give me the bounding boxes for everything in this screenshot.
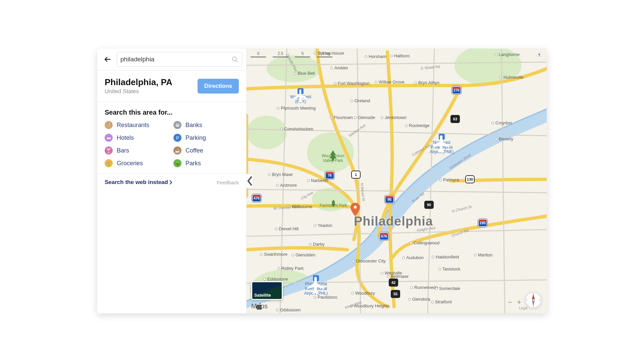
category-icon: P xyxy=(173,134,181,142)
town-label: Langhorne xyxy=(495,52,520,57)
scale-0: 0 xyxy=(251,51,266,57)
scale-bar: 0 2.5 5 7.5 km xyxy=(251,51,332,57)
town-label: Tavistock xyxy=(438,266,460,272)
route-shield: 130 xyxy=(465,175,475,183)
apple-icon xyxy=(251,302,268,310)
zoom-in-button[interactable]: + xyxy=(517,298,521,307)
town-label: Yeadon xyxy=(314,223,332,228)
town-label: Rockledge xyxy=(405,123,429,128)
town-label: Hulmeville xyxy=(499,75,524,80)
directions-button[interactable]: Directions xyxy=(198,79,239,94)
town-label: Drexel Hill xyxy=(275,226,299,231)
category-restaurants[interactable]: 🍴 Restaurants xyxy=(105,121,170,129)
map-canvas[interactable]: Philadelphia Spring HouseHorshamHatboroB… xyxy=(247,49,547,313)
town-label: Gibbstown xyxy=(276,307,301,312)
town-label: Jenkintown xyxy=(381,115,407,120)
chevron-left-icon xyxy=(247,174,253,188)
route-shield: 76 xyxy=(325,171,334,179)
town-label: Flourtown xyxy=(330,115,353,120)
zoom-controls: − + xyxy=(508,298,521,307)
park-label: WissahickonValley Park xyxy=(322,149,344,163)
scale-3: 7.5 km xyxy=(317,51,332,57)
satellite-label: Satellite xyxy=(254,293,271,298)
route-shield: 55 xyxy=(391,290,400,298)
sidebar: Philadelphia, PA United States Direction… xyxy=(97,49,247,313)
category-bars[interactable]: 🍸 Bars xyxy=(105,146,170,155)
tree-icon xyxy=(322,149,344,163)
search-input[interactable] xyxy=(120,56,231,63)
route-shield: 90 xyxy=(424,201,434,209)
town-label: Audubon xyxy=(402,255,424,260)
town-label: Swarthmore xyxy=(260,252,287,257)
tree-icon xyxy=(320,199,347,208)
category-icon: 🍸 xyxy=(105,146,113,155)
compass-icon: N xyxy=(525,291,542,309)
category-icon: ☕ xyxy=(173,146,181,155)
category-icon: 🛒 xyxy=(105,159,113,167)
town-label: Blue Bell xyxy=(293,71,315,76)
town-label: Haddonfield xyxy=(432,254,459,259)
town-label: Beverly xyxy=(495,136,513,141)
town-label: Darby xyxy=(309,242,325,247)
category-icon: 🌳 xyxy=(173,159,181,167)
town-label: Eddystone xyxy=(263,277,288,282)
app-frame: Philadelphia, PA United States Direction… xyxy=(97,49,547,313)
town-label: Fort Washington xyxy=(334,81,370,86)
arrow-left-icon xyxy=(103,55,111,63)
feedback-link[interactable]: Feedback xyxy=(217,180,239,185)
chevron-right-icon xyxy=(169,180,173,185)
town-label: Stratford xyxy=(431,299,452,304)
town-label: Narberth xyxy=(307,178,328,183)
town-label: Woodbury xyxy=(351,291,375,296)
park-label: Fairmount Park xyxy=(320,199,347,208)
town-label: Glendora xyxy=(408,297,430,302)
airplane-icon xyxy=(298,88,304,94)
route-shield: 295 xyxy=(478,219,487,227)
svg-point-11 xyxy=(354,206,357,209)
category-coffee[interactable]: ☕ Coffee xyxy=(173,146,239,155)
category-banks[interactable]: 🏛 Banks xyxy=(173,121,239,129)
town-label: Oreland xyxy=(351,98,370,103)
search-box[interactable] xyxy=(117,52,242,67)
route-shield: 95 xyxy=(385,195,394,203)
town-label: Somerdale xyxy=(435,286,460,291)
town-label: Bryn Athyn xyxy=(414,80,439,85)
town-label: Croydon xyxy=(491,120,512,125)
town-label: Runnemede xyxy=(410,285,438,290)
satellite-toggle[interactable]: Satellite xyxy=(251,281,283,300)
town-label: Marlton xyxy=(474,252,492,257)
category-parking[interactable]: P Parking xyxy=(173,134,239,142)
search-icon[interactable] xyxy=(231,56,238,63)
town-label: Glenolden xyxy=(291,252,315,257)
map-layer-control[interactable] xyxy=(537,53,542,56)
airplane-icon xyxy=(313,275,319,281)
zoom-out-button[interactable]: − xyxy=(508,298,512,307)
route-shield: 63 xyxy=(450,115,460,123)
chevron-down-icon xyxy=(537,53,542,56)
search-web-link[interactable]: Search the web instead xyxy=(105,179,173,186)
place-header: Philadelphia, PA United States Direction… xyxy=(97,70,246,102)
category-label: Banks xyxy=(185,122,202,129)
airport-label: Wings Field(BBX) xyxy=(290,88,311,104)
town-label: Willow Grove xyxy=(375,79,405,84)
svg-text:N: N xyxy=(532,296,535,300)
search-row xyxy=(97,49,246,70)
back-button[interactable] xyxy=(101,53,113,65)
town-label: Horsham xyxy=(365,54,386,59)
town-label: Palmyra xyxy=(439,177,459,182)
compass[interactable]: N xyxy=(525,291,542,309)
category-hotels[interactable]: 🛏 Hotels xyxy=(105,134,170,142)
category-icon: 🍴 xyxy=(105,121,113,129)
category-heading: Search this area for... xyxy=(105,109,239,116)
map-brand: Maps xyxy=(251,302,268,310)
category-groceries[interactable]: 🛒 Groceries xyxy=(105,159,170,167)
place-pin[interactable] xyxy=(351,203,360,216)
collapse-sidebar-button[interactable] xyxy=(247,174,253,188)
route-shield: 42 xyxy=(389,279,398,287)
airport-label: PhiladelphiaInternationalAirport (PHL) xyxy=(304,275,328,296)
category-icon: 🏛 xyxy=(173,121,181,129)
category-parks[interactable]: 🌳 Parks xyxy=(173,159,239,167)
scale-2: 5 xyxy=(295,51,310,57)
route-shield: 1 xyxy=(351,171,361,179)
route-shield: 476 xyxy=(252,194,261,202)
